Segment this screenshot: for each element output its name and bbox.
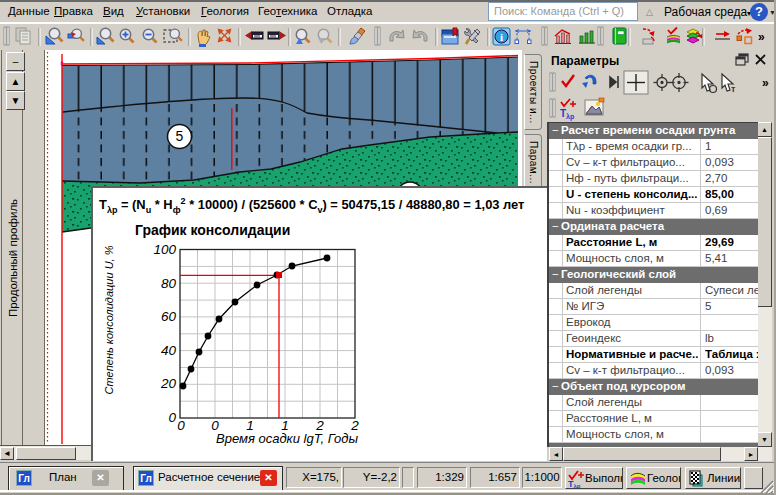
svg-text:80: 80 <box>161 276 177 291</box>
svg-text:Тλр: Тλр <box>568 479 581 488</box>
svg-text:20: 20 <box>160 376 177 391</box>
svg-text:»: » <box>762 76 769 90</box>
svg-text:5: 5 <box>176 128 184 144</box>
svg-text:0: 0 <box>168 410 176 425</box>
svg-text:40: 40 <box>161 343 177 358</box>
svg-text:Степень консолидации U, %: Степень консолидации U, % <box>103 245 115 394</box>
svg-text:»: » <box>758 30 765 44</box>
svg-text:i: i <box>500 31 503 43</box>
svg-text:0: 0 <box>177 418 185 433</box>
svg-text:т: т <box>731 84 736 94</box>
svg-text:Тλр: Тλр <box>560 108 574 121</box>
svg-text:Время осадки lgT, Годы: Время осадки lgT, Годы <box>216 431 358 446</box>
svg-text:100: 100 <box>153 242 176 257</box>
svg-text:60: 60 <box>161 309 177 324</box>
